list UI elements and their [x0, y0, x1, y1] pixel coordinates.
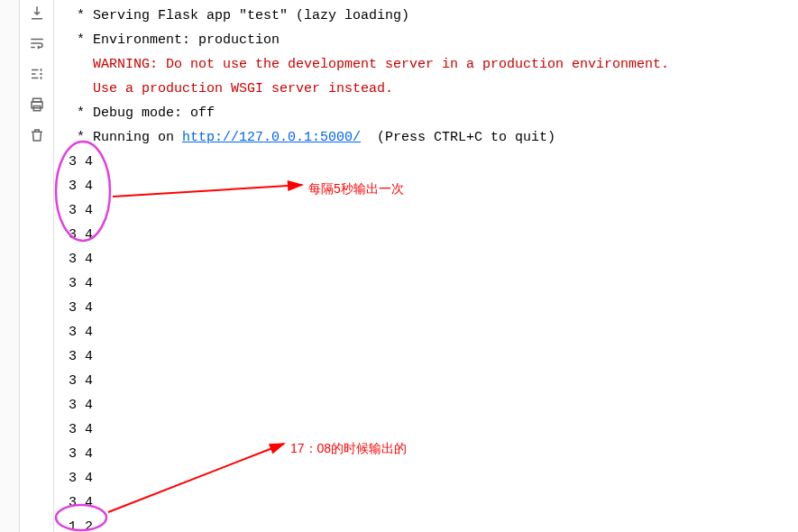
output-line-a: 3 4	[69, 442, 798, 466]
download-icon[interactable]	[28, 4, 46, 22]
output-line-a: 3 4	[69, 369, 798, 393]
log-line: * Environment: production	[69, 28, 798, 52]
output-line-a: 3 4	[69, 417, 798, 442]
annotation-text-1: 每隔5秒输出一次	[308, 177, 404, 201]
side-toolbar	[20, 0, 54, 532]
output-line-b: 1 2	[69, 515, 798, 532]
output-line-a: 3 4	[69, 491, 798, 515]
output-line-a: 3 4	[69, 223, 798, 247]
output-line-a: 3 4	[69, 198, 798, 223]
running-prefix: * Running on	[69, 130, 182, 145]
settings-icon[interactable]	[28, 65, 46, 83]
log-warning: Use a production WSGI server instead.	[69, 77, 798, 101]
annotation-text-2: 17：08的时候输出的	[290, 436, 407, 461]
log-warning: WARNING: Do not use the development serv…	[69, 52, 798, 77]
output-line-a: 3 4	[69, 320, 798, 344]
log-line: * Serving Flask app "test" (lazy loading…	[69, 4, 798, 28]
wrap-icon[interactable]	[28, 34, 46, 52]
output-line-a: 3 4	[69, 247, 798, 271]
output-line-a: 3 4	[69, 344, 798, 369]
output-line-a: 3 4	[69, 296, 798, 320]
output-line-a: 3 4	[69, 466, 798, 491]
server-url-link[interactable]: http://127.0.0.1:5000/	[182, 130, 361, 145]
console-output: * Serving Flask app "test" (lazy loading…	[54, 0, 798, 532]
output-line-a: 3 4	[69, 150, 798, 174]
log-line: * Debug mode: off	[69, 101, 798, 125]
output-line-a: 3 4	[69, 174, 798, 198]
print-icon[interactable]	[28, 96, 46, 114]
fold-gutter	[0, 0, 20, 532]
output-line-a: 3 4	[69, 393, 798, 417]
trash-icon[interactable]	[28, 126, 46, 144]
running-suffix: (Press CTRL+C to quit)	[361, 130, 555, 145]
log-line: * Running on http://127.0.0.1:5000/ (Pre…	[69, 125, 798, 150]
output-line-a: 3 4	[69, 271, 798, 296]
